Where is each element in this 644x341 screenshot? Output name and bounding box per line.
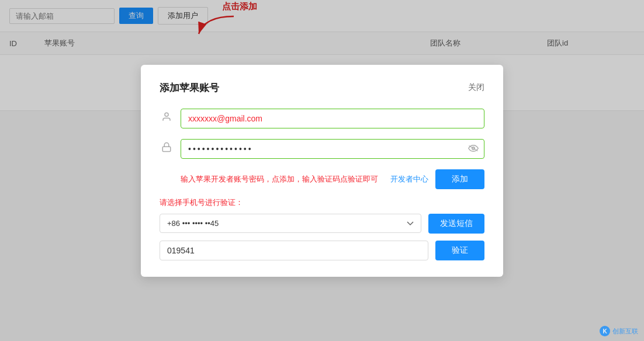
verify-section: 请选择手机号进行验证： +86 ••• •••• ••45 发送短信 验证	[160, 197, 484, 260]
hint-row: 输入苹果开发者账号密码，点添加，输入验证码点验证即可 开发者中心 添加	[160, 169, 484, 189]
verify-label: 请选择手机号进行验证：	[160, 197, 484, 208]
eye-icon[interactable]	[468, 144, 479, 154]
email-row	[160, 109, 484, 128]
lock-icon	[160, 142, 174, 155]
svg-point-1	[165, 113, 168, 116]
email-input[interactable]	[181, 109, 484, 128]
phone-select[interactable]: +86 ••• •••• ••45	[160, 214, 421, 233]
modal-title: 添加苹果账号	[160, 81, 219, 95]
user-icon	[160, 112, 174, 125]
hint-right: 开发者中心 添加	[390, 169, 484, 189]
password-wrapper	[181, 139, 484, 159]
modal: 添加苹果账号 关闭	[141, 65, 503, 277]
watermark-logo: K	[600, 326, 610, 336]
password-input[interactable]	[181, 139, 484, 159]
hint-text: 输入苹果开发者账号密码，点添加，输入验证码点验证即可	[181, 174, 378, 185]
modal-overlay: 添加苹果账号 关闭	[0, 0, 644, 341]
code-row: 验证	[160, 241, 484, 260]
code-input[interactable]	[160, 241, 428, 260]
watermark-text: 创新互联	[612, 327, 638, 336]
send-sms-button[interactable]: 发送短信	[428, 214, 484, 234]
add-button[interactable]: 添加	[435, 169, 484, 189]
chevron-down-icon	[407, 221, 414, 226]
modal-header: 添加苹果账号 关闭	[160, 81, 484, 95]
verify-row: +86 ••• •••• ••45 发送短信	[160, 214, 484, 234]
svg-rect-2	[162, 147, 171, 151]
verify-button[interactable]: 验证	[435, 241, 484, 260]
close-button[interactable]: 关闭	[468, 82, 484, 93]
phone-value: +86 ••• •••• ••45	[167, 219, 219, 228]
dev-center-link[interactable]: 开发者中心	[390, 174, 428, 185]
watermark: K 创新互联	[600, 326, 638, 336]
password-row	[160, 139, 484, 159]
